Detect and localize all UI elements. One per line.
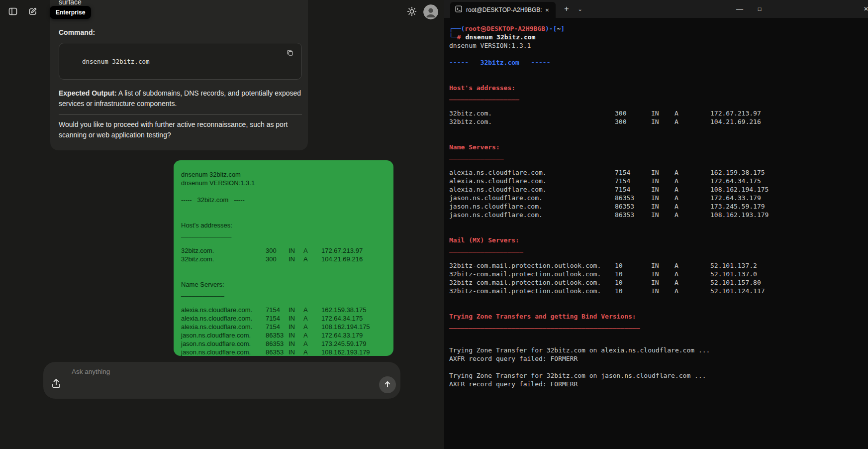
clipped-text-line: surface	[59, 0, 302, 6]
dns-record-cell: IN	[651, 270, 675, 278]
dns-record-cell: alexia.ns.cloudflare.com.	[449, 185, 615, 194]
sun-icon	[407, 6, 417, 18]
dns-record-row: jason.ns.cloudflare.com.86353INA108.162.…	[449, 211, 868, 219]
section-title: Name Servers:	[181, 280, 388, 289]
theme-toggle-button[interactable]	[403, 3, 421, 21]
zone-transfer-line: Trying Zone Transfer for 32bitz.com on a…	[449, 346, 868, 354]
hosts-records: 32bitz.com.300INA172.67.213.9732bitz.com…	[181, 246, 388, 263]
dns-record-row: jason.ns.cloudflare.com.86353INA173.245.…	[181, 339, 388, 348]
prompt-symbol: └─	[449, 33, 457, 41]
section-title: Mail (MX) Servers:	[449, 236, 868, 244]
section-underline: ___________________	[449, 244, 868, 253]
terminal-icon	[455, 5, 462, 14]
dns-record-cell: 7154	[266, 323, 289, 331]
dns-record-cell: IN	[651, 168, 675, 177]
window-maximize-button[interactable]: □	[750, 0, 770, 18]
dns-record-cell: A	[675, 287, 710, 295]
dns-record-cell: 300	[615, 117, 651, 126]
prompt-symbol: ┌──(	[449, 25, 465, 32]
copy-button[interactable]	[284, 47, 296, 60]
dns-record-cell: 7154	[266, 306, 289, 314]
dns-record-cell: 32bitz-com.mail.protection.outlook.com.	[449, 270, 615, 278]
new-chat-button[interactable]	[24, 3, 42, 21]
dns-record-cell: 32bitz.com.	[449, 109, 615, 117]
dns-record-cell: A	[675, 168, 710, 177]
dns-record-cell: jason.ns.cloudflare.com.	[181, 331, 266, 339]
dns-record-cell: 52.101.137.2	[710, 261, 757, 270]
section-title: Host's addresses:	[449, 84, 868, 92]
dns-record-cell: IN	[651, 194, 675, 202]
dns-record-cell: 10	[615, 278, 651, 287]
blank-line	[449, 227, 868, 236]
dns-record-cell: 32bitz.com.	[449, 117, 615, 126]
dns-record-cell: IN	[651, 287, 675, 295]
expected-output-paragraph: Expected Output: A list of subdomains, D…	[59, 88, 302, 109]
enterprise-tooltip: Enterprise	[50, 6, 91, 19]
dns-record-cell: A	[675, 185, 710, 194]
window-close-button[interactable]: ✕	[856, 0, 868, 18]
user-terminal-output-bubble: dnsenum 32bitz.com dnsenum VERSION:1.3.1…	[174, 160, 393, 356]
dns-record-cell: 10	[615, 287, 651, 295]
dns-record-cell: jason.ns.cloudflare.com.	[181, 339, 266, 348]
dns-record-cell: jason.ns.cloudflare.com.	[449, 202, 615, 211]
sidebar-panel-icon	[8, 6, 18, 18]
dns-record-cell: IN	[651, 261, 675, 270]
tab-close-icon[interactable]: ✕	[543, 5, 552, 14]
dns-record-cell: alexia.ns.cloudflare.com.	[181, 314, 266, 323]
dns-record-cell: 52.101.137.0	[710, 270, 757, 278]
dns-record-cell: A	[675, 194, 710, 202]
copy-icon	[286, 49, 294, 58]
command-label: Command:	[59, 28, 302, 37]
dns-record-cell: IN	[651, 202, 675, 211]
upload-button[interactable]	[49, 376, 64, 391]
typed-command: dnsenum 32bitz.com	[465, 33, 535, 41]
dns-record-cell: A	[675, 211, 710, 219]
dns-record-row: 32bitz.com.300INA104.21.69.216	[449, 117, 868, 126]
dns-record-cell: IN	[651, 109, 675, 117]
new-tab-button[interactable]: +	[560, 2, 574, 16]
blank-line	[449, 363, 868, 371]
dns-record-cell: 172.64.34.175	[710, 177, 761, 185]
dns-record-cell: 172.64.34.175	[321, 314, 363, 323]
blank-line	[449, 219, 868, 227]
terminal-body[interactable]: ┌──(root㉿DESKTOP-A2H9BGB)-[~] └─#dnsenum…	[444, 18, 868, 388]
section-title: Trying Zone Transfers and getting Bind V…	[449, 312, 868, 321]
dns-record-cell: 52.101.157.80	[710, 278, 761, 287]
dns-record-cell: 108.162.193.179	[321, 348, 370, 356]
dns-record-row: alexia.ns.cloudflare.com.7154INA108.162.…	[181, 323, 388, 331]
chat-input[interactable]	[72, 368, 365, 375]
window-minimize-button[interactable]: —	[730, 0, 750, 18]
compose-icon	[28, 6, 38, 18]
dns-record-cell: 32bitz-com.mail.protection.outlook.com.	[449, 287, 615, 295]
version-line: dnsenum VERSION:1.3.1	[449, 41, 868, 50]
dns-record-cell: jason.ns.cloudflare.com.	[181, 348, 266, 356]
tab-dropdown-button[interactable]: ⌄	[573, 2, 587, 16]
section-title: Host's addresses:	[181, 221, 388, 229]
send-button[interactable]	[379, 376, 396, 393]
nameserver-records: alexia.ns.cloudflare.com.7154INA162.159.…	[449, 168, 868, 219]
dns-record-cell: IN	[651, 185, 675, 194]
dns-record-cell: IN	[651, 211, 675, 219]
dns-record-cell: 172.64.33.179	[321, 331, 363, 339]
avatar[interactable]	[423, 4, 438, 19]
sidebar-toggle-button[interactable]	[4, 3, 22, 21]
code-block: dnsenum 32bitz.com	[59, 43, 302, 80]
dns-record-cell: alexia.ns.cloudflare.com.	[449, 168, 615, 177]
dns-record-row: jason.ns.cloudflare.com.86353INA172.64.3…	[181, 331, 388, 339]
blank-line	[449, 126, 868, 134]
domain-banner: ----- 32bitz.com -----	[449, 58, 868, 67]
dns-record-row: 32bitz.com.300INA172.67.213.97	[449, 109, 868, 117]
tab-title: root@DESKTOP-A2H9BGB: ~	[466, 6, 543, 13]
dns-record-cell: 108.162.193.179	[710, 211, 769, 219]
dns-record-cell: A	[303, 348, 321, 356]
terminal-tab[interactable]: root@DESKTOP-A2H9BGB: ~ ✕	[450, 2, 556, 18]
dns-record-cell: 162.159.38.175	[321, 306, 366, 314]
dns-record-cell: 86353	[266, 339, 289, 348]
dns-record-cell: A	[675, 117, 710, 126]
dns-record-cell: A	[675, 202, 710, 211]
blank-line	[181, 187, 388, 196]
blank-line	[181, 238, 388, 246]
dns-record-row: alexia.ns.cloudflare.com.7154INA172.64.3…	[449, 177, 868, 185]
blank-line	[449, 50, 868, 58]
prompt-line-2: └─#dnsenum 32bitz.com	[449, 33, 868, 41]
